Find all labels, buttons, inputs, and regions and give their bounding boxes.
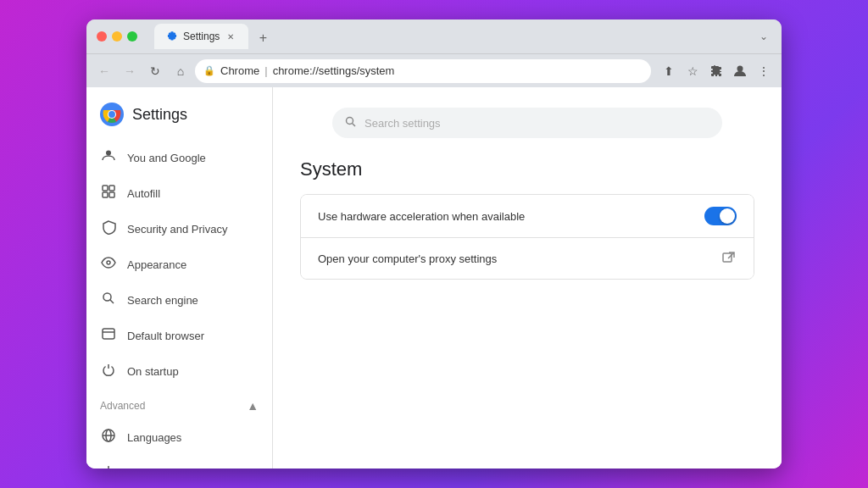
bookmark-icon[interactable]: ☆ [682,60,704,82]
sidebar-item-you-and-google[interactable]: You and Google [86,140,265,175]
svg-point-4 [108,111,115,118]
search-icon [100,291,117,309]
sidebar-item-on-startup[interactable]: On startup [86,353,265,389]
search-bar-icon [344,115,358,131]
url-bar[interactable]: 🔒 Chrome | chrome://settings/system [195,59,651,83]
window-chevron-icon[interactable]: ⌄ [756,29,771,44]
chrome-logo [100,103,124,126]
tab-close-button[interactable]: ✕ [225,30,236,42]
active-tab[interactable]: Settings ✕ [154,24,248,49]
advanced-section-header[interactable]: Advanced ▲ [86,392,272,419]
sidebar-item-search-engine[interactable]: Search engine [86,282,265,318]
svg-rect-6 [103,186,108,191]
minimize-button[interactable] [112,31,122,42]
sidebar-label-downloads: Downloads [127,467,181,469]
globe-icon [100,428,117,446]
menu-icon[interactable]: ⋮ [753,60,775,82]
sidebar: Settings You and Google [86,87,273,469]
settings-page-title: Settings [132,106,187,124]
url-chrome-label: Chrome [220,64,259,77]
traffic-lights [97,31,137,42]
proxy-settings-row: Open your computer's proxy settings [301,237,754,279]
home-button[interactable]: ⌂ [170,60,192,82]
svg-rect-13 [103,329,114,339]
proxy-settings-label: Open your computer's proxy settings [318,252,720,265]
eye-icon [100,255,117,274]
search-bar-wrapper: Search settings [300,108,754,138]
extensions-icon[interactable] [705,60,727,82]
back-button[interactable]: ← [93,60,115,82]
sidebar-label-languages: Languages [127,431,181,444]
svg-point-0 [737,65,743,71]
advanced-chevron-icon: ▲ [247,399,259,413]
power-icon [100,362,117,380]
tab-bar: Settings ✕ + [154,24,749,49]
svg-point-11 [103,293,111,301]
new-tab-button[interactable]: + [252,27,274,49]
toggle-knob [720,208,735,224]
sidebar-item-languages[interactable]: Languages [86,419,265,455]
save-page-icon[interactable]: ⬆ [658,60,680,82]
address-bar: ← → ↻ ⌂ 🔒 Chrome | chrome://settings/sys… [86,53,782,87]
svg-rect-8 [103,192,108,197]
svg-rect-9 [109,192,114,197]
sidebar-item-default-browser[interactable]: Default browser [86,318,265,353]
profile-icon[interactable] [729,60,751,82]
person-icon [100,148,117,167]
sidebar-label-default-browser: Default browser [127,330,204,342]
browser-icon [100,326,117,345]
external-link-icon[interactable] [720,250,737,267]
download-icon [100,463,117,469]
svg-line-12 [110,300,114,303]
lock-icon: 🔒 [203,65,215,76]
forward-button[interactable]: → [119,60,141,82]
sidebar-label-security: Security and Privacy [127,223,228,236]
svg-point-5 [106,151,111,156]
url-path: chrome://settings/system [273,64,395,77]
shield-icon [100,219,117,238]
content-area: Search settings System Use hardware acce… [273,87,782,469]
url-separator: | [264,64,267,77]
hardware-acceleration-label: Use hardware acceleration when available [318,210,704,223]
search-placeholder: Search settings [364,117,441,130]
svg-line-21 [353,123,356,126]
sidebar-item-appearance[interactable]: Appearance [86,247,265,282]
sidebar-label-autofill: Autofill [127,187,160,200]
maximize-button[interactable] [127,31,137,42]
search-bar[interactable]: Search settings [332,108,722,138]
reload-button[interactable]: ↻ [144,60,166,82]
sidebar-label-you-and-google: You and Google [127,152,206,164]
browser-window: Settings ✕ + ⌄ ← → ↻ ⌂ 🔒 Chrome | chrome… [86,19,782,469]
close-button[interactable] [97,31,107,42]
sidebar-label-on-startup: On startup [127,365,179,378]
svg-point-10 [107,261,110,264]
sidebar-item-security[interactable]: Security and Privacy [86,211,265,247]
svg-rect-22 [723,253,732,262]
settings-tab-icon [166,30,178,42]
window-controls: ⌄ [756,29,771,44]
toolbar-icons: ⬆ ☆ ⋮ [658,60,775,82]
svg-point-20 [347,117,353,124]
advanced-label: Advanced [100,400,145,412]
sidebar-label-appearance: Appearance [127,258,186,271]
settings-header: Settings [86,94,272,140]
sidebar-item-autofill[interactable]: Autofill [86,175,265,211]
grid-icon [100,184,117,202]
sidebar-item-downloads[interactable]: Downloads [86,455,265,469]
svg-rect-7 [109,186,114,191]
sidebar-label-search-engine: Search engine [127,294,198,307]
main-content: Settings You and Google [86,87,782,469]
title-bar: Settings ✕ + ⌄ [86,19,782,53]
hardware-acceleration-row: Use hardware acceleration when available [301,195,754,237]
hardware-acceleration-toggle[interactable] [704,207,737,225]
system-page-title: System [300,158,754,180]
settings-card: Use hardware acceleration when available… [300,194,754,280]
tab-label: Settings [183,30,220,42]
